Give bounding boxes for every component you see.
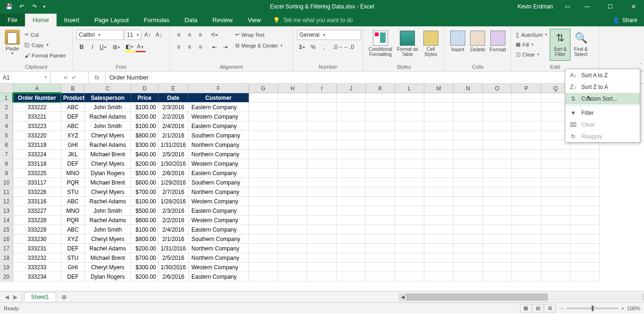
empty-cell[interactable] [512,225,541,234]
data-cell[interactable]: $200.00 [131,272,158,282]
empty-cell[interactable] [249,121,278,131]
empty-cell[interactable] [454,169,483,178]
empty-cell[interactable] [307,197,337,206]
empty-cell[interactable] [424,244,454,253]
conditional-formatting-button[interactable]: Conditional Formatting [366,29,395,61]
empty-cell[interactable] [483,263,512,272]
row-header[interactable]: 7 [0,150,13,159]
empty-cell[interactable] [512,150,541,159]
save-icon[interactable]: 💾 [3,1,15,12]
border-button[interactable]: ⊞▼ [111,42,122,52]
empty-cell[interactable] [570,169,600,178]
empty-cell[interactable] [483,244,512,253]
empty-cell[interactable] [483,93,512,103]
empty-cell[interactable] [278,178,307,187]
data-cell[interactable]: 333229 [13,225,61,234]
empty-cell[interactable] [424,225,454,234]
autosum-button[interactable]: ∑AutoSum▼ [514,30,550,40]
decrease-decimal-icon[interactable]: ←.0 [344,42,354,52]
data-cell[interactable]: Southern Company [189,131,249,140]
data-cell[interactable]: Northern Company [189,140,249,150]
row-header[interactable]: 14 [0,216,13,225]
data-cell[interactable]: Western Company [189,112,249,121]
clear-button[interactable]: ◫Clear▼ [514,49,550,59]
empty-cell[interactable] [454,178,483,187]
data-cell[interactable]: 333232 [13,253,61,263]
data-cell[interactable]: Michael Brent [85,178,131,187]
empty-cell[interactable] [249,93,278,103]
empty-cell[interactable] [249,206,278,216]
decrease-font-icon[interactable]: A↓ [154,30,164,40]
data-cell[interactable]: 333230 [13,234,61,244]
data-cell[interactable]: Eastern Company [189,121,249,131]
fx-icon[interactable]: fx [89,72,106,83]
empty-cell[interactable] [307,103,337,112]
row-header[interactable]: 19 [0,263,13,272]
row-header[interactable]: 13 [0,206,13,216]
data-cell[interactable]: $800.00 [131,131,158,140]
underline-button[interactable]: U▼ [98,42,108,52]
empty-cell[interactable] [278,140,307,150]
empty-cell[interactable] [424,253,454,263]
empty-cell[interactable] [278,159,307,169]
empty-cell[interactable] [483,121,512,131]
row-header[interactable]: 10 [0,178,13,187]
data-cell[interactable]: $100.00 [131,225,158,234]
paste-button[interactable]: Paste▼ [2,28,23,60]
empty-cell[interactable] [512,244,541,253]
row-header[interactable]: 20 [0,272,13,282]
user-name[interactable]: Kevin Erdman [513,3,558,10]
empty-cell[interactable] [278,206,307,216]
empty-cell[interactable] [307,234,337,244]
empty-cell[interactable] [454,263,483,272]
data-cell[interactable]: Cheryl Myers [85,187,131,197]
row-header[interactable]: 18 [0,253,13,263]
data-cell[interactable]: 333221 [13,112,61,121]
data-cell[interactable]: $300.00 [131,140,158,150]
empty-cell[interactable] [366,140,395,150]
empty-cell[interactable] [512,234,541,244]
empty-cell[interactable] [424,131,454,140]
empty-cell[interactable] [454,187,483,197]
maximize-icon[interactable]: ☐ [600,0,621,13]
empty-cell[interactable] [570,272,600,282]
data-cell[interactable]: $300.00 [131,263,158,272]
data-cell[interactable]: $400.00 [131,150,158,159]
data-cell[interactable]: John Smith [85,103,131,112]
zoom-slider[interactable] [566,307,618,309]
data-cell[interactable]: XYZ [61,234,85,244]
empty-cell[interactable] [454,244,483,253]
data-cell[interactable]: Western Company [189,263,249,272]
empty-cell[interactable] [278,150,307,159]
data-cell[interactable]: 333222 [13,103,61,112]
undo-icon[interactable]: ↶ [16,1,28,12]
empty-cell[interactable] [337,131,366,140]
fill-button[interactable]: ▦Fill▼ [514,40,550,49]
table-header-cell[interactable]: Product [61,93,85,103]
empty-cell[interactable] [337,234,366,244]
data-cell[interactable]: 2/4/2016 [158,121,189,131]
column-header[interactable]: E [158,84,189,93]
data-cell[interactable]: Michael Brent [85,253,131,263]
data-cell[interactable]: 333220 [13,131,61,140]
empty-cell[interactable] [278,121,307,131]
data-cell[interactable]: Northern Company [189,244,249,253]
empty-cell[interactable] [278,169,307,178]
data-cell[interactable]: Western Company [189,197,249,206]
empty-cell[interactable] [337,150,366,159]
data-cell[interactable]: Rachel Adams [85,216,131,225]
empty-cell[interactable] [541,272,570,282]
empty-cell[interactable] [278,103,307,112]
empty-cell[interactable] [249,187,278,197]
empty-cell[interactable] [278,131,307,140]
tab-formulas[interactable]: Formulas [136,14,177,26]
empty-cell[interactable] [512,187,541,197]
column-header[interactable]: K [366,84,395,93]
empty-cell[interactable] [541,225,570,234]
empty-cell[interactable] [395,197,424,206]
share-button[interactable]: 👤Share [606,14,644,26]
empty-cell[interactable] [570,187,600,197]
data-cell[interactable]: $800.00 [131,234,158,244]
empty-cell[interactable] [395,234,424,244]
data-cell[interactable]: DEF [61,272,85,282]
